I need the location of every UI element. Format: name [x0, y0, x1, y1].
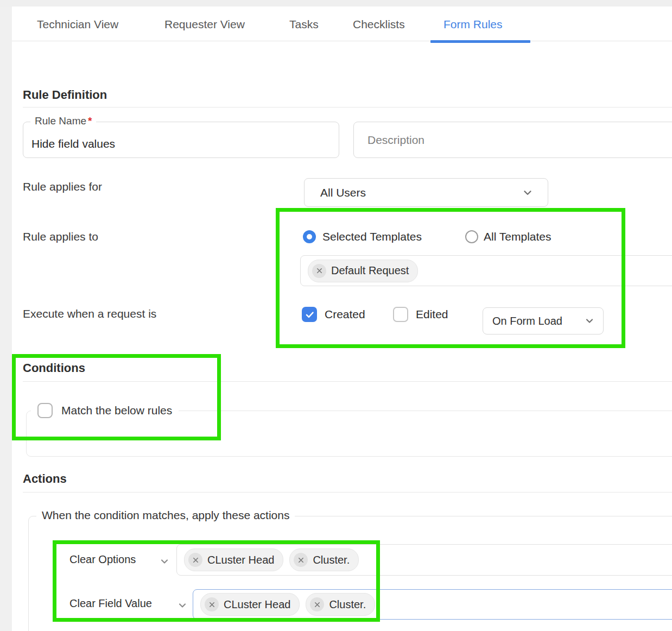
remove-icon[interactable] — [312, 264, 326, 278]
rule-applies-for-value: All Users — [320, 186, 366, 199]
remove-icon[interactable] — [205, 597, 219, 611]
rule-applies-to-label: Rule applies to — [23, 230, 98, 243]
conditions-heading: Conditions — [23, 361, 85, 375]
execute-timing-select[interactable]: On Form Load — [483, 307, 604, 335]
divider — [23, 107, 672, 108]
chevron-down-icon — [584, 316, 595, 326]
top-gutter — [0, 0, 672, 7]
action-select-clear-field-value[interactable]: Clear Field Value — [69, 597, 152, 610]
rule-name-input[interactable]: Rule Name* Hide field values — [23, 122, 339, 158]
actions-group-legend: When the condition matches, apply these … — [42, 509, 289, 522]
remove-icon[interactable] — [310, 597, 324, 611]
field-chip[interactable]: CLuster Head — [184, 548, 283, 571]
template-chip-label: Default Request — [331, 264, 409, 277]
field-chip[interactable]: Cluster. — [289, 548, 359, 571]
match-rules-checkbox[interactable] — [37, 403, 53, 418]
chevron-down-icon[interactable] — [177, 600, 188, 611]
field-chip[interactable]: CLuster Head — [200, 593, 300, 616]
conditions-group: Match the below rules — [26, 411, 672, 457]
clear-field-value-input[interactable]: CLuster Head Cluster. — [193, 589, 672, 620]
field-chip-label: CLuster Head — [224, 598, 290, 611]
divider — [23, 492, 672, 493]
rule-name-label: Rule Name* — [30, 115, 96, 127]
checkbox-edited[interactable] — [393, 307, 408, 322]
rule-applies-for-label: Rule applies for — [23, 180, 102, 193]
actions-heading: Actions — [23, 472, 67, 486]
form-rules-page: Technician View Requester View Tasks Che… — [0, 0, 672, 631]
clear-options-field-input[interactable]: CLuster Head Cluster. — [176, 544, 672, 576]
description-placeholder: Description — [367, 134, 424, 147]
tabbar-divider — [12, 41, 672, 41]
radio-selected-templates[interactable] — [303, 230, 316, 243]
chevron-down-icon[interactable] — [159, 556, 170, 567]
description-input[interactable]: Description — [353, 122, 672, 158]
remove-icon[interactable] — [294, 553, 308, 567]
field-chip-label: CLuster Head — [207, 554, 274, 566]
radio-selected-templates-label[interactable]: Selected Templates — [322, 230, 422, 243]
remove-icon[interactable] — [188, 553, 202, 567]
field-chip-label: Cluster. — [313, 554, 350, 566]
template-chip[interactable]: Default Request — [308, 260, 418, 282]
radio-all-templates[interactable] — [465, 230, 478, 243]
tab-tasks[interactable]: Tasks — [289, 18, 319, 31]
field-chip[interactable]: Cluster. — [306, 593, 375, 616]
match-rules-label[interactable]: Match the below rules — [61, 404, 172, 417]
left-gutter — [0, 7, 12, 631]
selected-templates-input[interactable]: Default Request — [300, 255, 672, 286]
execute-when-label: Execute when a request is — [23, 307, 156, 320]
action-select-clear-options[interactable]: Clear Options — [69, 553, 136, 566]
rule-applies-for-select[interactable]: All Users — [304, 178, 548, 207]
rule-name-value: Hide field values — [31, 137, 115, 150]
checkbox-created[interactable] — [302, 307, 317, 322]
check-icon — [305, 310, 315, 320]
checkbox-created-label[interactable]: Created — [325, 308, 365, 321]
rule-definition-heading: Rule Definition — [23, 88, 107, 102]
divider — [23, 381, 672, 382]
field-chip-label: Cluster. — [329, 598, 366, 611]
execute-timing-value: On Form Load — [492, 315, 562, 327]
tab-checklists[interactable]: Checklists — [353, 18, 405, 31]
active-tab-underline — [430, 40, 530, 43]
radio-all-templates-label[interactable]: All Templates — [484, 230, 551, 243]
checkbox-edited-label[interactable]: Edited — [416, 308, 448, 321]
required-asterisk: * — [88, 115, 92, 127]
tab-requester-view[interactable]: Requester View — [164, 18, 245, 31]
tab-technician-view[interactable]: Technician View — [37, 18, 118, 31]
tab-form-rules[interactable]: Form Rules — [443, 18, 503, 31]
chevron-down-icon — [522, 187, 534, 199]
